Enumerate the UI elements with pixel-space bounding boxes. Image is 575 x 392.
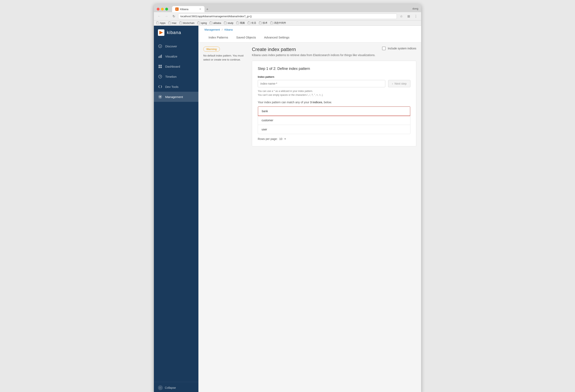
include-system-checkbox[interactable] [382, 47, 386, 50]
dashboard-icon [158, 64, 162, 69]
step-title: Step 1 of 2: Define index pattern [258, 67, 410, 71]
sidebar-item-management-label: Management [165, 95, 183, 98]
bookmark-mac[interactable]: mac [168, 22, 177, 24]
bookmark-video[interactable]: 视频 [236, 21, 245, 25]
chevron-down-icon: ▼ [284, 138, 286, 140]
bookmarks-bar: Apps mac blockchain sping alibaba study … [154, 21, 421, 26]
messaging-bookmark-icon [270, 22, 273, 24]
index-row-user[interactable]: user [258, 125, 410, 134]
sidebar-item-dashboard-label: Dashboard [165, 65, 180, 68]
index-pattern-input[interactable] [258, 80, 385, 87]
collapse-button[interactable]: ← Collapse [154, 382, 198, 392]
browser-tab[interactable]: K Kibana ✕ [172, 6, 204, 12]
sidebar-item-timelion-label: Timelion [165, 75, 177, 78]
index-row-bank[interactable]: bank [258, 106, 410, 116]
forward-button[interactable]: → [164, 13, 169, 19]
address-bar[interactable] [178, 14, 397, 19]
sidebar-app-name: kibana [167, 30, 181, 35]
create-panel-title: Create index pattern [252, 47, 375, 52]
title-bar: K Kibana ✕ + dong [154, 4, 421, 12]
extensions-icon[interactable]: ⊞ [406, 13, 411, 19]
next-step-button[interactable]: › Next step [388, 80, 410, 87]
sidebar-item-dashboard[interactable]: Dashboard [154, 61, 198, 72]
svg-rect-6 [159, 65, 160, 66]
bookmark-sping[interactable]: sping [197, 22, 207, 24]
match-suffix: , below. [322, 101, 332, 104]
menu-icon[interactable]: ⋮ [413, 13, 419, 19]
svg-point-11 [160, 96, 161, 98]
tab-saved-objects[interactable]: Saved Objects [232, 33, 260, 42]
user-label: dong [412, 7, 418, 11]
create-panel-header: Create index pattern Kibana uses index p… [252, 47, 416, 57]
sidebar-item-management[interactable]: Management [154, 92, 198, 102]
breadcrumb-kibana[interactable]: Kibana [225, 28, 233, 31]
refresh-button[interactable]: ↻ [171, 13, 177, 19]
minimize-button[interactable] [161, 8, 164, 11]
sidebar-item-timelion[interactable]: Timelion [154, 72, 198, 82]
next-step-label: Next step [395, 82, 407, 85]
include-system-area: Include system indices [382, 47, 416, 50]
tab-close-icon[interactable]: ✕ [199, 8, 201, 11]
mac-bookmark-icon [168, 22, 171, 24]
svg-marker-0 [159, 31, 163, 34]
devtools-icon [158, 84, 162, 89]
include-system-label: Include system indices [388, 47, 416, 50]
sidebar-item-devtools[interactable]: Dev Tools [154, 82, 198, 92]
sidebar-nav: Discover Visualize [154, 40, 198, 382]
bookmark-apps[interactable]: Apps [156, 22, 166, 24]
hint-line2: You can't use empty spaces or the charac… [258, 94, 323, 96]
input-row: › Next step [258, 80, 410, 87]
sidebar-item-discover[interactable]: Discover [154, 41, 198, 51]
sping-bookmark-icon [197, 22, 200, 24]
content-header: Management / Kibana Index Patterns Saved… [198, 26, 421, 43]
bookmark-study[interactable]: study [224, 22, 234, 24]
breadcrumb-separator: / [222, 28, 223, 31]
svg-rect-4 [160, 55, 161, 58]
hint-text: You can use a * as a wildcard in your in… [258, 89, 410, 97]
sidebar-item-visualize-label: Visualize [165, 55, 177, 58]
match-text: Your index pattern can match any of your… [258, 101, 410, 104]
bookmark-label-video: 视频 [240, 21, 245, 25]
sidebar-item-discover-label: Discover [165, 45, 177, 48]
browser-toolbar: ← → ↻ ☆ ⊞ ⋮ [154, 12, 421, 21]
content-area: Warning No default index pattern. You mu… [198, 43, 421, 150]
url-input[interactable] [180, 15, 391, 18]
sidebar-item-visualize[interactable]: Visualize [154, 51, 198, 61]
bookmark-tech[interactable]: 技术 [259, 21, 267, 25]
main-content: Management / Kibana Index Patterns Saved… [198, 26, 421, 392]
match-prefix: Your index pattern can match any of your [258, 101, 310, 104]
rows-per-page-value: 10 [279, 137, 283, 141]
visualize-icon [158, 54, 162, 58]
maximize-button[interactable] [165, 8, 168, 11]
apps-bookmark-icon [156, 22, 159, 24]
close-button[interactable] [157, 8, 160, 11]
star-icon[interactable]: ☆ [398, 13, 404, 19]
field-label: Index pattern [258, 75, 410, 78]
tab-index-patterns[interactable]: Index Patterns [204, 33, 232, 42]
step-card: Step 1 of 2: Define index pattern Index … [252, 61, 416, 147]
kibana-icon [158, 29, 164, 36]
index-row-customer[interactable]: customer [258, 116, 410, 125]
breadcrumb-management[interactable]: Management [204, 28, 220, 31]
tab-favicon: K [175, 7, 179, 11]
bookmark-blockchain[interactable]: blockchain [179, 22, 194, 24]
bookmark-messaging[interactable]: 消息中间件 [270, 21, 286, 25]
toolbar-actions: ☆ ⊞ ⋮ [398, 13, 419, 19]
timelion-icon [158, 74, 162, 79]
next-step-arrow-icon: › [392, 82, 393, 85]
tab-bar: K Kibana ✕ + [172, 6, 410, 12]
bookmark-life[interactable]: 生活 [248, 21, 256, 25]
bookmark-label-messaging: 消息中间件 [274, 21, 286, 25]
sidebar: kibana Discover [154, 26, 198, 392]
bookmark-alibaba[interactable]: alibaba [210, 22, 221, 24]
bookmark-label-study: study [228, 22, 234, 24]
new-tab-button[interactable]: + [204, 6, 210, 12]
bookmark-label-life: 生活 [251, 21, 256, 25]
rows-per-page[interactable]: Rows per page: 10 ▼ [258, 137, 410, 141]
video-bookmark-icon [236, 22, 239, 24]
tab-advanced-settings[interactable]: Advanced Settings [260, 33, 293, 42]
warning-message: No default index pattern. You must selec… [203, 54, 248, 62]
back-button[interactable]: ← [156, 13, 162, 19]
bookmark-label-mac: mac [172, 22, 177, 24]
create-index-panel: Create index pattern Kibana uses index p… [252, 47, 416, 147]
